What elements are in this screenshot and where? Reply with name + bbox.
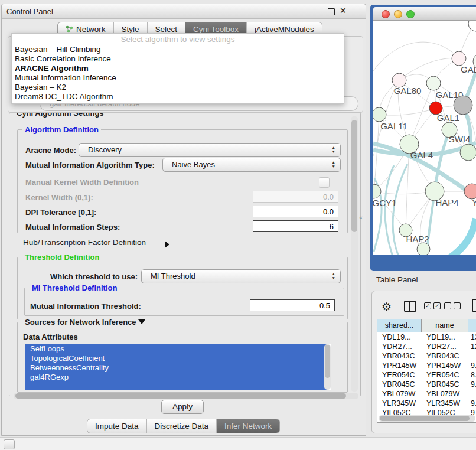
table-cell: YDL19... (377, 332, 422, 342)
bottom-tabbar: Impute DataDiscretize DataInfer Network (87, 419, 280, 433)
list-item[interactable]: SelfLoops (25, 344, 328, 354)
settings-hscrollbar[interactable] (14, 393, 358, 399)
expand-right-icon[interactable] (165, 239, 169, 249)
collapse-icon (138, 319, 145, 324)
page-icon[interactable] (472, 299, 476, 312)
gear-icon[interactable]: ⚙ (382, 300, 392, 313)
zoom-traffic-icon[interactable] (406, 10, 415, 18)
dropdown-item[interactable]: ARACNE Algorithm (12, 64, 344, 73)
dropdown-item[interactable]: Bayesian – K2 (12, 83, 344, 92)
settings-hscrollbar-thumb[interactable] (15, 393, 346, 399)
dropdown-item[interactable]: Mutual Information Inference (12, 73, 344, 83)
bottom-strip (0, 437, 476, 450)
apply-button[interactable]: Apply (161, 400, 204, 414)
network-node[interactable] (417, 243, 430, 255)
table-row[interactable]: YPR145WYPR145W9. (377, 361, 476, 370)
table-cell: YBR045C (422, 380, 468, 389)
kernel-width-field[interactable] (253, 191, 338, 203)
mi-steps-field[interactable] (253, 220, 338, 232)
table-row[interactable]: YLR345WYLR345W9. (377, 399, 476, 408)
tab-label: Select (155, 25, 178, 34)
column-header[interactable]: name (422, 319, 468, 332)
column-header[interactable]: A (468, 319, 476, 332)
mi-threshold-field[interactable] (250, 299, 335, 311)
group-title: MI Threshold Definition (30, 283, 119, 292)
list-item[interactable]: gal4RGexp (25, 373, 328, 382)
network-canvas[interactable]: GALGAL80GAL10GAL1GAL11GAL4SWI4GCY1HAP4YH… (373, 21, 476, 255)
close-icon[interactable]: ✕ (340, 6, 347, 15)
dropdown-item[interactable]: Dream8 DC_TDC Algorithm (12, 92, 344, 102)
table-panel-title: Table Panel (376, 275, 418, 284)
splitpane-grip[interactable]: « (359, 214, 363, 221)
unchecked-boxes-icon[interactable] (444, 302, 461, 309)
node-table[interactable]: shared...nameA YDL19...YDL19...13YDR27..… (377, 319, 476, 423)
settings-scrollbar[interactable] (351, 116, 358, 392)
which-threshold-value: MI Threshold (151, 272, 195, 281)
tab-discretize-data[interactable]: Discretize Data (147, 419, 217, 433)
network-node[interactable] (452, 51, 466, 66)
table-cell (468, 389, 476, 399)
network-titlebar[interactable] (373, 7, 476, 21)
network-node-label: GAL4 (410, 150, 433, 160)
table-hscrollbar[interactable] (379, 415, 475, 422)
table-hscrollbar-thumb[interactable] (380, 416, 470, 421)
table-row[interactable]: YDL19...YDL19...13 (377, 332, 476, 342)
network-view-window[interactable]: GALGAL80GAL10GAL1GAL11GAL4SWI4GCY1HAP4YH… (370, 5, 476, 271)
group-title: Threshold Definition (22, 253, 102, 262)
which-threshold-combo[interactable]: MI Threshold ▲▼ (141, 269, 341, 283)
dropdown-item[interactable]: Bayesian – Hill Climbing (12, 45, 344, 54)
network-node-label: GAL (461, 64, 476, 74)
list-item-partial[interactable] (25, 382, 328, 390)
minimize-traffic-icon[interactable] (394, 10, 402, 18)
table-row[interactable]: YBL079WYBL079W (377, 389, 476, 399)
settings-scrollbar-thumb[interactable] (351, 120, 357, 232)
column-header[interactable]: shared... (377, 319, 422, 332)
data-attributes-list[interactable]: SelfLoopsTopologicalCoefficientBetweenne… (25, 344, 331, 390)
list-scrollbar[interactable] (324, 344, 331, 390)
columns-icon[interactable] (404, 301, 416, 312)
algorithm-dropdown-popup: Select algorithm to view settings Bayesi… (11, 33, 344, 104)
table-cell: YPR145W (377, 361, 422, 370)
network-node-label: Y (472, 197, 476, 207)
mi-type-value: Naive Bayes (172, 160, 215, 169)
network-node[interactable] (373, 107, 386, 122)
desktop: Control Panel ✕ NetworkStyleSelectCyni T… (0, 0, 476, 450)
dpi-tolerance-field[interactable] (253, 206, 338, 217)
list-item[interactable]: BetweennessCentrality (25, 363, 328, 373)
table-cell: 8. (468, 370, 476, 380)
aracne-mode-value: Discovery (88, 145, 122, 154)
aracne-mode-label: Aracne Mode: (25, 146, 76, 155)
manual-kernel-checkbox[interactable] (319, 177, 330, 188)
network-node[interactable] (426, 76, 441, 90)
minimize-panel-button[interactable] (4, 439, 15, 449)
hub-definition-label[interactable]: Hub/Transcription Factor Definition (23, 238, 146, 247)
table-cell: 13 (468, 332, 476, 342)
close-traffic-icon[interactable] (382, 10, 390, 18)
list-item[interactable]: TopologicalCoefficient (25, 354, 328, 363)
mi-type-combo[interactable]: Naive Bayes ▲▼ (162, 158, 341, 172)
table-cell: YDR27... (422, 342, 468, 351)
table-row[interactable]: YDR27...YDR27...12 (377, 342, 476, 351)
tab-infer-network[interactable]: Infer Network (217, 419, 279, 433)
table-cell: YDL19... (422, 332, 468, 342)
stepper-icon: ▲▼ (332, 160, 335, 168)
tab-impute-data[interactable]: Impute Data (87, 419, 147, 433)
table-row[interactable]: YBR043CYBR043C (377, 351, 476, 361)
list-scrollbar-thumb[interactable] (325, 345, 330, 378)
checked-boxes-icon[interactable]: ✓✓ (424, 302, 441, 309)
network-node[interactable] (454, 96, 472, 115)
aracne-mode-combo[interactable]: Discovery ▲▼ (79, 143, 341, 157)
table-cell: YDR27... (377, 342, 422, 351)
table-row[interactable]: YER054CYER054C8. (377, 370, 476, 380)
stepper-icon: ▲▼ (332, 272, 335, 280)
dropdown-item[interactable]: Basic Correlation Inference (12, 54, 344, 64)
group-title[interactable]: Sources for Network Inference (22, 318, 148, 327)
table-cell (468, 351, 476, 361)
table-cell: 9. (468, 399, 476, 408)
tab-label: Discretize Data (155, 422, 209, 431)
control-panel-titlebar[interactable]: Control Panel ✕ (2, 4, 366, 19)
network-node[interactable] (468, 21, 476, 31)
table-row[interactable]: YBR045CYBR045C9. (377, 380, 476, 389)
float-icon[interactable] (328, 8, 335, 15)
network-node[interactable] (460, 144, 476, 161)
